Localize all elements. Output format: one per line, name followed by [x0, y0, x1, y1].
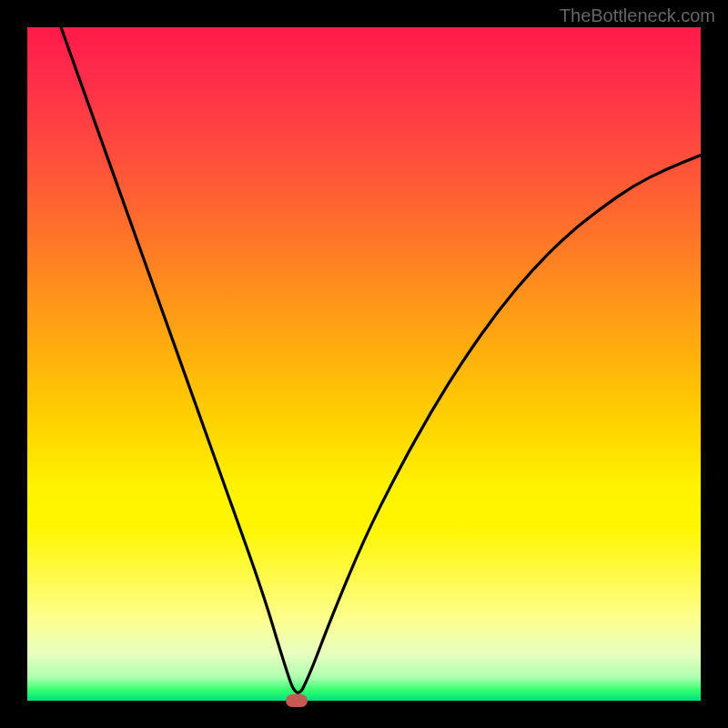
chart-plot-area — [27, 27, 701, 701]
watermark-text: TheBottleneck.com — [560, 5, 715, 26]
optimal-point-marker — [286, 694, 308, 707]
bottleneck-curve — [27, 27, 701, 701]
